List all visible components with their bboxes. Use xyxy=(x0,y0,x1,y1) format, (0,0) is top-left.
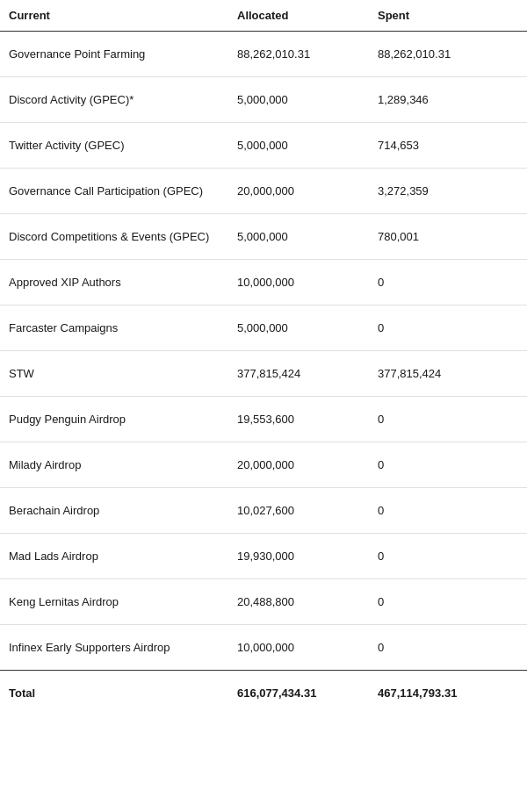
row-name: Mad Lads Airdrop xyxy=(9,550,237,563)
row-allocated: 10,000,000 xyxy=(237,641,378,654)
table-row: Keng Lernitas Airdrop 20,488,800 0 xyxy=(0,579,527,625)
row-allocated: 19,930,000 xyxy=(237,550,378,563)
row-name: Governance Call Participation (GPEC) xyxy=(9,184,237,198)
table-row: Infinex Early Supporters Airdrop 10,000,… xyxy=(0,625,527,670)
row-name: Infinex Early Supporters Airdrop xyxy=(9,641,237,654)
row-name: Pudgy Penguin Airdrop xyxy=(9,413,237,426)
header-spent: Spent xyxy=(378,9,518,22)
row-spent: 0 xyxy=(378,413,518,426)
table-row: Twitter Activity (GPEC) 5,000,000 714,65… xyxy=(0,123,527,169)
row-name: STW xyxy=(9,367,237,380)
row-allocated: 377,815,424 xyxy=(237,367,378,380)
total-spent: 467,114,793.31 xyxy=(378,686,518,700)
row-name: Discord Activity (GPEC)* xyxy=(9,93,237,106)
row-spent: 0 xyxy=(378,595,518,608)
table-row: Governance Call Participation (GPEC) 20,… xyxy=(0,169,527,214)
row-spent: 0 xyxy=(378,641,518,654)
row-name: Berachain Airdrop xyxy=(9,504,237,517)
row-allocated: 20,488,800 xyxy=(237,595,378,608)
row-name: Approved XIP Authors xyxy=(9,276,237,289)
row-spent: 0 xyxy=(378,550,518,563)
row-allocated: 19,553,600 xyxy=(237,413,378,426)
table-row: Pudgy Penguin Airdrop 19,553,600 0 xyxy=(0,397,527,442)
table-row: Approved XIP Authors 10,000,000 0 xyxy=(0,260,527,305)
row-allocated: 20,000,000 xyxy=(237,184,378,198)
row-allocated: 5,000,000 xyxy=(237,321,378,334)
table-row: Discord Activity (GPEC)* 5,000,000 1,289… xyxy=(0,77,527,123)
table-row: Milady Airdrop 20,000,000 0 xyxy=(0,442,527,488)
total-allocated: 616,077,434.31 xyxy=(237,686,378,700)
row-allocated: 10,027,600 xyxy=(237,504,378,517)
header-allocated: Allocated xyxy=(237,9,378,22)
table-row: Governance Point Farming 88,262,010.31 8… xyxy=(0,32,527,77)
row-spent: 0 xyxy=(378,504,518,517)
table-row: Farcaster Campaigns 5,000,000 0 xyxy=(0,305,527,351)
table-row: Discord Competitions & Events (GPEC) 5,0… xyxy=(0,214,527,260)
row-spent: 0 xyxy=(378,321,518,334)
row-spent: 3,272,359 xyxy=(378,184,518,198)
row-allocated: 88,262,010.31 xyxy=(237,47,378,61)
table-row: Berachain Airdrop 10,027,600 0 xyxy=(0,488,527,534)
row-spent: 377,815,424 xyxy=(378,367,518,380)
row-spent: 1,289,346 xyxy=(378,93,518,106)
row-spent: 780,001 xyxy=(378,230,518,243)
row-allocated: 10,000,000 xyxy=(237,276,378,289)
row-name: Farcaster Campaigns xyxy=(9,321,237,334)
row-name: Discord Competitions & Events (GPEC) xyxy=(9,230,237,243)
table-header: Current Allocated Spent xyxy=(0,0,527,32)
table-row: Mad Lads Airdrop 19,930,000 0 xyxy=(0,534,527,579)
main-table: Current Allocated Spent Governance Point… xyxy=(0,0,527,715)
row-name: Twitter Activity (GPEC) xyxy=(9,139,237,152)
row-name: Milady Airdrop xyxy=(9,458,237,471)
row-spent: 0 xyxy=(378,276,518,289)
total-label: Total xyxy=(9,686,237,700)
row-allocated: 5,000,000 xyxy=(237,139,378,152)
total-row: Total 616,077,434.31 467,114,793.31 xyxy=(0,670,527,715)
row-name: Keng Lernitas Airdrop xyxy=(9,595,237,608)
table-row: STW 377,815,424 377,815,424 xyxy=(0,351,527,397)
table-body: Governance Point Farming 88,262,010.31 8… xyxy=(0,32,527,670)
row-allocated: 5,000,000 xyxy=(237,93,378,106)
row-spent: 0 xyxy=(378,458,518,471)
row-allocated: 20,000,000 xyxy=(237,458,378,471)
header-current: Current xyxy=(9,9,237,22)
row-spent: 88,262,010.31 xyxy=(378,47,518,61)
row-allocated: 5,000,000 xyxy=(237,230,378,243)
row-name: Governance Point Farming xyxy=(9,47,237,61)
row-spent: 714,653 xyxy=(378,139,518,152)
